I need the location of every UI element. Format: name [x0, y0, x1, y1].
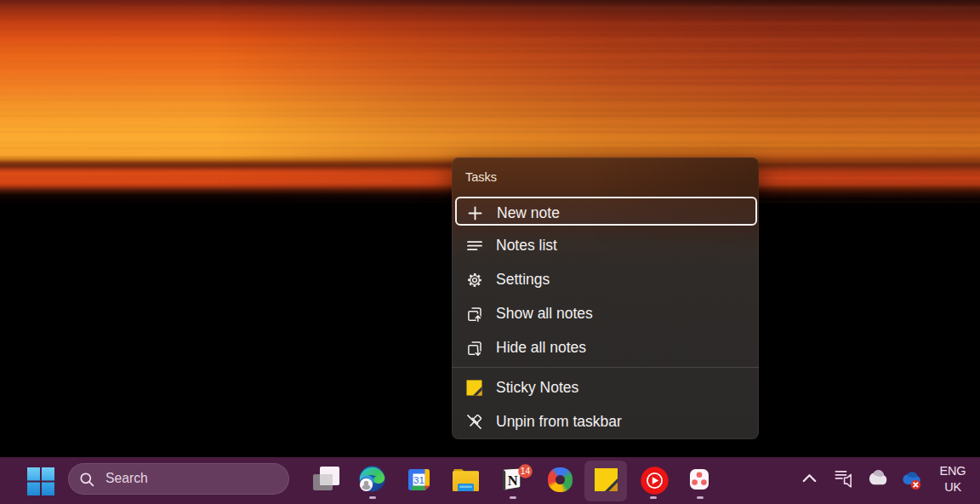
svg-text:14: 14	[520, 467, 530, 476]
svg-text:N: N	[508, 472, 518, 489]
svg-text:31: 31	[413, 475, 424, 485]
